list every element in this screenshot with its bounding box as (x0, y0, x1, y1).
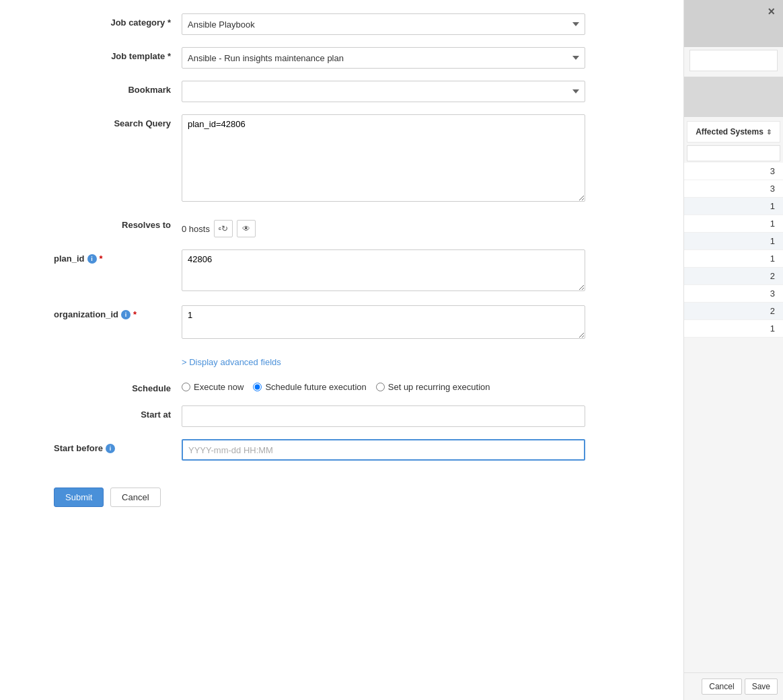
search-query-label: Search Query (54, 114, 182, 128)
search-query-row: Search Query plan_id=42806 (54, 114, 663, 204)
start-before-row: Start before i (54, 439, 663, 461)
affected-systems-header[interactable]: Affected Systems ⇕ (687, 121, 780, 143)
job-category-label: Job category * (54, 13, 182, 28)
execute-now-radio[interactable] (182, 383, 190, 391)
execute-now-option[interactable]: Execute now (182, 382, 244, 392)
advanced-fields-spacer (54, 353, 182, 357)
data-row-3: 1 (684, 215, 783, 233)
resolves-to-label: Resolves to (54, 216, 182, 230)
job-category-row: Job category * Ansible Playbook (54, 13, 663, 35)
schedule-wrap: Execute now Schedule future execution Se… (182, 379, 585, 392)
execute-now-label: Execute now (194, 382, 244, 392)
job-template-select[interactable]: Ansible - Run insights maintenance plan (182, 47, 585, 69)
search-query-input[interactable]: plan_id=42806 (182, 114, 585, 202)
panel-save-button[interactable]: Save (745, 678, 778, 695)
resolves-row-content: 0 hosts ↻ 👁 (182, 216, 585, 237)
start-before-label: Start before i (54, 439, 182, 453)
right-panel-gray-mid (684, 77, 783, 117)
sort-icon: ⇕ (766, 128, 772, 136)
org-id-info-icon[interactable]: i (121, 310, 130, 319)
data-row-8: 2 (684, 303, 783, 320)
recurring-option[interactable]: Set up recurring execution (376, 382, 490, 392)
right-panel-white-box (689, 50, 778, 71)
resolves-to-wrap: 0 hosts ↻ 👁 (182, 216, 585, 237)
start-at-wrap: 2019-06-06 16:00 (182, 405, 585, 427)
start-before-label-wrap: Start before i (54, 443, 171, 453)
plan-id-input[interactable]: 42806 (182, 249, 585, 291)
data-row-1: 3 (684, 180, 783, 198)
data-row-4: 1 (684, 233, 783, 250)
recurring-label: Set up recurring execution (388, 382, 490, 392)
job-template-row: Job template * Ansible - Run insights ma… (54, 47, 663, 69)
schedule-row: Schedule Execute now Schedule future exe… (54, 379, 663, 393)
org-id-row: organization_id i * 1 (54, 305, 663, 341)
plan-id-label: plan_id i * (54, 249, 182, 264)
bookmark-select[interactable] (182, 81, 585, 102)
org-id-wrap: 1 (182, 305, 585, 341)
plan-id-label-wrap: plan_id i * (54, 254, 171, 264)
recurring-radio[interactable] (376, 383, 385, 391)
form-cancel-button[interactable]: Cancel (110, 488, 160, 507)
start-before-input[interactable] (182, 439, 585, 461)
start-before-wrap (182, 439, 585, 461)
plan-id-required: * (100, 254, 103, 264)
start-at-row: Start at 2019-06-06 16:00 (54, 405, 663, 427)
panel-cancel-button[interactable]: Cancel (702, 678, 741, 695)
schedule-future-radio[interactable] (253, 383, 262, 391)
job-category-wrap: Ansible Playbook (182, 13, 585, 35)
start-before-info-icon[interactable]: i (106, 444, 115, 453)
data-row-2: 1 (684, 198, 783, 215)
start-at-input[interactable]: 2019-06-06 16:00 (182, 405, 585, 427)
schedule-options: Execute now Schedule future execution Se… (182, 379, 585, 392)
right-panel-actions: Cancel Save (684, 672, 783, 700)
job-template-wrap: Ansible - Run insights maintenance plan (182, 47, 585, 69)
affected-systems-label: Affected Systems (696, 127, 763, 137)
schedule-label: Schedule (54, 379, 182, 393)
start-at-label: Start at (54, 405, 182, 420)
org-id-label-wrap: organization_id i * (54, 309, 171, 319)
advanced-fields-wrap: > Display advanced fields (182, 353, 585, 367)
schedule-future-label: Schedule future execution (265, 382, 366, 392)
data-row-0: 3 (684, 163, 783, 180)
preview-button[interactable]: 👁 (237, 220, 256, 237)
resolves-to-row: Resolves to 0 hosts ↻ 👁 (54, 216, 663, 237)
advanced-fields-row: > Display advanced fields (54, 353, 663, 367)
data-row-7: 3 (684, 285, 783, 303)
job-template-label: Job template * (54, 47, 182, 61)
schedule-future-option[interactable]: Schedule future execution (253, 382, 366, 392)
org-id-label: organization_id i * (54, 305, 182, 319)
job-category-select[interactable]: Ansible Playbook (182, 13, 585, 35)
plan-id-info-icon[interactable]: i (87, 254, 97, 264)
bottom-actions-area: Submit Cancel (54, 488, 663, 507)
submit-button[interactable]: Submit (54, 488, 104, 507)
data-row-5: 1 (684, 250, 783, 268)
data-row-9: 1 (684, 320, 783, 338)
plan-id-row: plan_id i * 42806 (54, 249, 663, 293)
bookmark-row: Bookmark (54, 81, 663, 102)
affected-systems-search[interactable] (687, 145, 780, 161)
bookmark-label: Bookmark (54, 81, 182, 95)
bookmark-wrap (182, 81, 585, 102)
refresh-button[interactable]: ↻ (214, 220, 233, 237)
plan-id-wrap: 42806 (182, 249, 585, 293)
display-advanced-link[interactable]: > Display advanced fields (182, 353, 585, 367)
data-row-6: 2 (684, 268, 783, 285)
right-panel: × Affected Systems ⇕ 3 3 1 1 1 1 2 3 2 1… (683, 0, 783, 700)
org-id-input[interactable]: 1 (182, 305, 585, 339)
resolves-text: 0 hosts (182, 224, 210, 234)
close-button[interactable]: × (768, 5, 775, 17)
search-query-wrap: plan_id=42806 (182, 114, 585, 204)
org-id-required: * (133, 309, 137, 319)
